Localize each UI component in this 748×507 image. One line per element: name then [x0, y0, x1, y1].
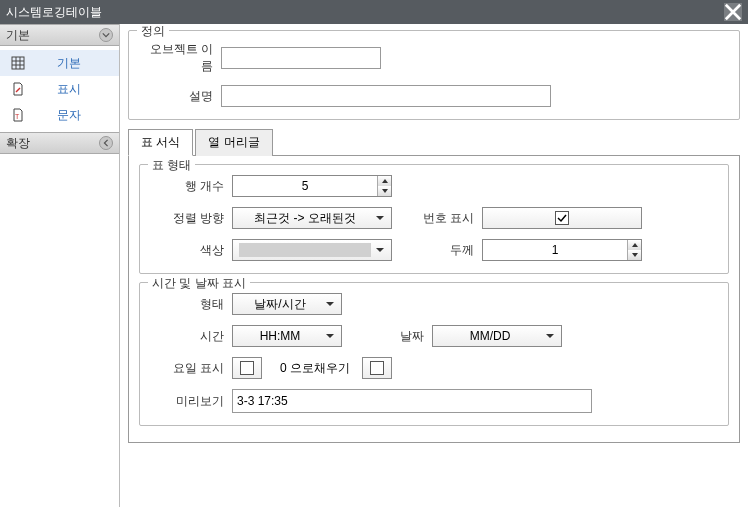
row-count-value: 5 [233, 176, 377, 196]
sidebar-section-basic[interactable]: 기본 [0, 24, 119, 46]
form-label: 형태 [152, 296, 232, 313]
sidebar: 기본 기본 표시 T 문자 확장 [0, 24, 120, 507]
grid-icon [10, 55, 26, 71]
chevron-left-icon [99, 136, 113, 150]
close-button[interactable] [724, 3, 742, 21]
window-title: 시스템로깅테이블 [6, 4, 724, 21]
chevron-down-icon [323, 300, 337, 308]
date-value: MM/DD [437, 329, 543, 343]
sidebar-item-basic[interactable]: 기본 [0, 50, 119, 76]
close-icon [724, 3, 742, 21]
sidebar-section-label: 기본 [6, 27, 30, 44]
definition-legend: 정의 [137, 24, 169, 40]
tab-header[interactable]: 열 머리글 [195, 129, 272, 156]
thickness-value: 1 [483, 240, 627, 260]
sidebar-section-label: 확장 [6, 135, 30, 152]
chevron-down-icon [543, 332, 557, 340]
show-number-label: 번호 표시 [422, 210, 482, 227]
color-combo[interactable] [232, 239, 392, 261]
tab-format[interactable]: 표 서식 [128, 129, 193, 156]
weekday-checkbox[interactable] [240, 361, 254, 375]
tabs: 표 서식 열 머리글 [128, 128, 740, 156]
chevron-down-icon [373, 214, 387, 222]
svg-rect-0 [12, 57, 24, 69]
color-swatch [239, 243, 371, 257]
time-label: 시간 [152, 328, 232, 345]
datetime-legend: 시간 및 날짜 표시 [148, 275, 250, 292]
definition-fieldset: 정의 오브젝트 이름 설명 [128, 30, 740, 120]
sidebar-section-extended[interactable]: 확장 [0, 132, 119, 154]
spinner-down[interactable] [628, 250, 641, 260]
form-combo[interactable]: 날짜/시간 [232, 293, 342, 315]
sidebar-item-display[interactable]: 표시 [0, 76, 119, 102]
sidebar-item-label: 기본 [36, 55, 109, 72]
spinner-down[interactable] [378, 186, 391, 196]
thickness-spinner[interactable]: 1 [482, 239, 642, 261]
time-combo[interactable]: HH:MM [232, 325, 342, 347]
check-icon [557, 213, 567, 223]
weekday-label: 요일 표시 [152, 360, 232, 377]
show-number-wrap [482, 207, 642, 229]
sidebar-item-label: 표시 [36, 81, 109, 98]
object-name-input[interactable] [221, 47, 381, 69]
object-name-label: 오브젝트 이름 [141, 41, 221, 75]
zerofill-checkbox[interactable] [370, 361, 384, 375]
content-panel: 정의 오브젝트 이름 설명 표 서식 열 머리글 표 형태 행 개수 [120, 24, 748, 507]
tab-body: 표 형태 행 개수 5 정렬 방향 최근것 [128, 156, 740, 443]
sidebar-item-label: 문자 [36, 107, 109, 124]
text-icon: T [10, 107, 26, 123]
titlebar: 시스템로깅테이블 [0, 0, 748, 24]
form-value: 날짜/시간 [237, 296, 323, 313]
svg-text:T: T [15, 113, 20, 120]
spinner-up[interactable] [378, 176, 391, 186]
sidebar-item-text[interactable]: T 문자 [0, 102, 119, 128]
thickness-label: 두께 [422, 242, 482, 259]
date-combo[interactable]: MM/DD [432, 325, 562, 347]
description-label: 설명 [141, 88, 221, 105]
date-label: 날짜 [372, 328, 432, 345]
chevron-down-icon [99, 28, 113, 42]
time-value: HH:MM [237, 329, 323, 343]
row-count-label: 행 개수 [152, 178, 232, 195]
weekday-wrap [232, 357, 262, 379]
chevron-down-icon [323, 332, 337, 340]
spinner-up[interactable] [628, 240, 641, 250]
description-input[interactable] [221, 85, 551, 107]
table-form-legend: 표 형태 [148, 157, 195, 174]
sort-combo[interactable]: 최근것 -> 오래된것 [232, 207, 392, 229]
chevron-down-icon [373, 246, 387, 254]
zerofill-label: 0 으로채우기 [280, 360, 350, 377]
datetime-fieldset: 시간 및 날짜 표시 형태 날짜/시간 시간 HH:MM [139, 282, 729, 426]
preview-label: 미리보기 [152, 393, 232, 410]
sort-value: 최근것 -> 오래된것 [237, 210, 373, 227]
sort-label: 정렬 방향 [152, 210, 232, 227]
color-label: 색상 [152, 242, 232, 259]
row-count-spinner[interactable]: 5 [232, 175, 392, 197]
document-icon [10, 81, 26, 97]
zerofill-wrap [362, 357, 392, 379]
preview-output [232, 389, 592, 413]
table-form-fieldset: 표 형태 행 개수 5 정렬 방향 최근것 [139, 164, 729, 274]
show-number-checkbox[interactable] [555, 211, 569, 225]
